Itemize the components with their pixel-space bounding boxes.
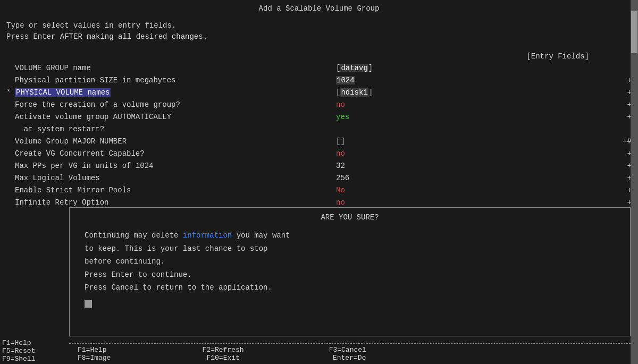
field-label: Force the creation of a volume group? xyxy=(6,99,336,111)
fkey-f9[interactable]: F9=Shell xyxy=(2,355,69,363)
field-label: Volume Group MAJOR NUMBER xyxy=(6,136,336,147)
dialog-cursor xyxy=(85,300,92,308)
instructions: Type or select values in entry fields. P… xyxy=(6,20,632,43)
plus-indicator: + xyxy=(616,160,632,172)
outer-fkeys: F1=Help F5=Reset F9=Shell xyxy=(0,339,69,364)
field-label: *PHYSICAL VOLUME names xyxy=(6,87,336,98)
table-row: Max PPs per VG in units of 1024 32 + xyxy=(6,160,632,172)
scrollbar[interactable] xyxy=(631,0,638,364)
table-row: at system restart? xyxy=(6,124,632,135)
field-label: Physical partition SIZE in megabytes xyxy=(6,75,336,86)
plus-indicator: + xyxy=(616,99,632,111)
dialog-text: Continuing may delete information you ma… xyxy=(85,229,622,310)
plus-indicator: + xyxy=(616,148,632,159)
table-row: Force the creation of a volume group? no… xyxy=(6,99,632,111)
field-value[interactable]: yes xyxy=(336,112,616,123)
dialog-line1: Continuing may delete information you ma… xyxy=(85,229,622,242)
field-value[interactable]: No xyxy=(336,185,616,196)
table-row: Volume Group MAJOR NUMBER [] +# xyxy=(6,136,632,147)
plus-indicator: + xyxy=(616,112,632,123)
field-label: Infinite Retry Option xyxy=(6,197,336,208)
field-value[interactable]: no xyxy=(336,197,616,208)
dialog-cursor-area xyxy=(85,298,622,311)
main-screen: Add a Scalable Volume Group Type or sele… xyxy=(0,0,638,364)
dialog-line4: Press Enter to continue. xyxy=(85,268,622,282)
form-area: VOLUME GROUP name [datavg] Physical part… xyxy=(6,63,632,208)
field-value[interactable]: no xyxy=(336,99,616,111)
fkey-f5[interactable]: F5=Reset xyxy=(2,347,69,355)
dialog-content: ARE YOU SURE? Continuing may delete info… xyxy=(70,208,630,316)
dialog-title: ARE YOU SURE? xyxy=(78,213,622,222)
dialog-fkeys-row1: F1=Help F2=Refresh F3=Cancel xyxy=(78,346,366,354)
field-value[interactable]: 1024 xyxy=(336,75,616,86)
dialog-line3: before continuing. xyxy=(85,255,622,268)
table-row: Physical partition SIZE in megabytes 102… xyxy=(6,75,632,86)
fkey-dialog-f8[interactable]: F8=Image xyxy=(78,354,111,362)
table-row: Create VG Concurrent Capable? no + xyxy=(6,148,632,159)
field-label: VOLUME GROUP name xyxy=(6,63,336,74)
plus-indicator: + xyxy=(616,75,632,86)
table-row: VOLUME GROUP name [datavg] xyxy=(6,63,632,74)
field-label: at system restart? xyxy=(6,124,336,135)
fkey-dialog-f1[interactable]: F1=Help xyxy=(78,346,107,354)
fkey-f1[interactable]: F1=Help xyxy=(2,339,69,347)
field-label: Activate volume group AUTOMATICALLY xyxy=(6,112,336,123)
plus-indicator: + xyxy=(616,197,632,208)
plus-indicator: + xyxy=(616,185,632,196)
table-row: Max Logical Volumes 256 + xyxy=(6,173,632,184)
plus-indicator: + xyxy=(616,87,632,98)
field-value[interactable]: [hdisk1] xyxy=(336,87,616,98)
dialog-fkeys-row2: F8=Image F10=Exit Enter=Do xyxy=(78,354,366,362)
field-value[interactable]: 32 xyxy=(336,160,616,172)
function-keys-area: F1=Help F5=Reset F9=Shell F1=Help F2=Ref… xyxy=(0,336,631,364)
field-value[interactable]: no xyxy=(336,148,616,159)
field-label: Create VG Concurrent Capable? xyxy=(6,148,336,159)
field-value[interactable]: [] xyxy=(336,136,616,147)
dialog-fkeys: F1=Help F2=Refresh F3=Cancel F8=Image F1… xyxy=(69,343,631,364)
field-label: Enable Strict Mirror Pools xyxy=(6,185,336,196)
table-row: Activate volume group AUTOMATICALLY yes … xyxy=(6,112,632,123)
fkey-dialog-f10[interactable]: F10=Exit xyxy=(206,354,239,362)
dialog-box: ARE YOU SURE? Continuing may delete info… xyxy=(69,207,631,336)
table-row: Infinite Retry Option no + xyxy=(6,197,632,208)
table-row: *PHYSICAL VOLUME names [hdisk1] + xyxy=(6,87,632,98)
info-word: information xyxy=(183,231,232,240)
scrollbar-thumb[interactable] xyxy=(631,11,637,53)
plus-indicator: + xyxy=(616,173,632,184)
dialog-line2: to keep. This is your last chance to sto… xyxy=(85,242,622,256)
page-title: Add a Scalable Volume Group xyxy=(6,4,632,13)
plus-indicator: +# xyxy=(616,136,632,147)
field-value[interactable]: [datavg] xyxy=(336,63,616,74)
field-label: Max Logical Volumes xyxy=(6,173,336,184)
table-row: Enable Strict Mirror Pools No + xyxy=(6,185,632,196)
entry-fields-header: [Entry Fields] xyxy=(6,52,632,61)
fkey-dialog-f3[interactable]: F3=Cancel xyxy=(329,346,366,354)
fkey-dialog-enter[interactable]: Enter=Do xyxy=(333,354,366,362)
fkey-dialog-f2[interactable]: F2=Refresh xyxy=(203,346,244,354)
dialog-line5: Press Cancel to return to the applicatio… xyxy=(85,281,622,294)
field-value[interactable]: 256 xyxy=(336,173,616,184)
field-label: Max PPs per VG in units of 1024 xyxy=(6,160,336,172)
